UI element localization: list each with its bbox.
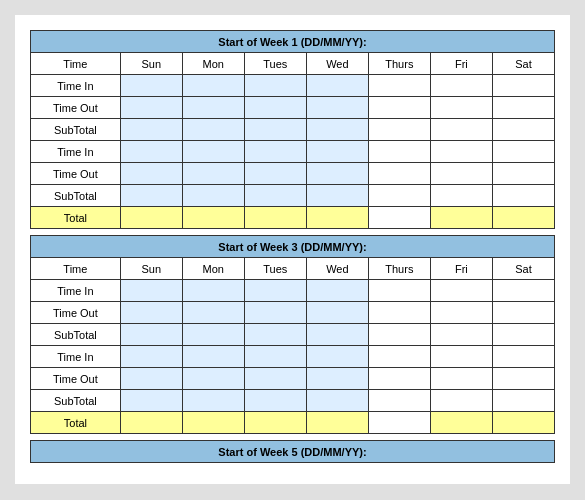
data-cell[interactable] bbox=[120, 346, 182, 368]
data-cell[interactable] bbox=[182, 390, 244, 412]
data-cell[interactable] bbox=[430, 97, 492, 119]
data-cell[interactable] bbox=[244, 163, 306, 185]
data-cell[interactable] bbox=[182, 97, 244, 119]
total-cell[interactable] bbox=[368, 412, 430, 434]
total-cell[interactable] bbox=[306, 207, 368, 229]
data-cell[interactable] bbox=[306, 97, 368, 119]
total-cell[interactable] bbox=[244, 207, 306, 229]
data-cell[interactable] bbox=[244, 390, 306, 412]
total-cell[interactable] bbox=[120, 207, 182, 229]
total-cell[interactable] bbox=[120, 412, 182, 434]
table-row: Time In bbox=[31, 141, 555, 163]
data-cell[interactable] bbox=[492, 346, 554, 368]
data-cell[interactable] bbox=[120, 185, 182, 207]
data-cell[interactable] bbox=[306, 119, 368, 141]
data-cell[interactable] bbox=[492, 75, 554, 97]
total-cell[interactable] bbox=[368, 207, 430, 229]
data-cell[interactable] bbox=[244, 368, 306, 390]
data-cell[interactable] bbox=[368, 119, 430, 141]
data-cell[interactable] bbox=[430, 119, 492, 141]
data-cell[interactable] bbox=[244, 324, 306, 346]
total-cell[interactable] bbox=[492, 412, 554, 434]
data-cell[interactable] bbox=[306, 185, 368, 207]
data-cell[interactable] bbox=[182, 346, 244, 368]
data-cell[interactable] bbox=[368, 280, 430, 302]
data-cell[interactable] bbox=[368, 346, 430, 368]
data-cell[interactable] bbox=[306, 346, 368, 368]
data-cell[interactable] bbox=[306, 324, 368, 346]
data-cell[interactable] bbox=[492, 390, 554, 412]
data-cell[interactable] bbox=[182, 185, 244, 207]
total-cell[interactable] bbox=[182, 412, 244, 434]
data-cell[interactable] bbox=[430, 390, 492, 412]
data-cell[interactable] bbox=[430, 302, 492, 324]
data-cell[interactable] bbox=[430, 185, 492, 207]
data-cell[interactable] bbox=[492, 368, 554, 390]
data-cell[interactable] bbox=[120, 280, 182, 302]
data-cell[interactable] bbox=[120, 302, 182, 324]
data-cell[interactable] bbox=[430, 163, 492, 185]
data-cell[interactable] bbox=[306, 141, 368, 163]
data-cell[interactable] bbox=[430, 324, 492, 346]
total-cell[interactable] bbox=[244, 412, 306, 434]
data-cell[interactable] bbox=[368, 302, 430, 324]
data-cell[interactable] bbox=[306, 75, 368, 97]
data-cell[interactable] bbox=[244, 119, 306, 141]
data-cell[interactable] bbox=[368, 75, 430, 97]
data-cell[interactable] bbox=[244, 185, 306, 207]
data-cell[interactable] bbox=[120, 75, 182, 97]
data-cell[interactable] bbox=[182, 119, 244, 141]
data-cell[interactable] bbox=[120, 97, 182, 119]
data-cell[interactable] bbox=[492, 324, 554, 346]
data-cell[interactable] bbox=[368, 97, 430, 119]
data-cell[interactable] bbox=[120, 368, 182, 390]
data-cell[interactable] bbox=[492, 119, 554, 141]
data-cell[interactable] bbox=[368, 141, 430, 163]
data-cell[interactable] bbox=[306, 368, 368, 390]
total-cell[interactable] bbox=[492, 207, 554, 229]
data-cell[interactable] bbox=[182, 368, 244, 390]
data-cell[interactable] bbox=[120, 119, 182, 141]
data-cell[interactable] bbox=[182, 324, 244, 346]
total-cell[interactable] bbox=[182, 207, 244, 229]
data-cell[interactable] bbox=[430, 75, 492, 97]
data-cell[interactable] bbox=[182, 141, 244, 163]
data-cell[interactable] bbox=[368, 368, 430, 390]
data-cell[interactable] bbox=[182, 302, 244, 324]
data-cell[interactable] bbox=[244, 97, 306, 119]
data-cell[interactable] bbox=[430, 280, 492, 302]
total-cell[interactable] bbox=[430, 207, 492, 229]
table-row: Time Out bbox=[31, 302, 555, 324]
total-cell[interactable] bbox=[306, 412, 368, 434]
data-cell[interactable] bbox=[306, 302, 368, 324]
data-cell[interactable] bbox=[120, 390, 182, 412]
total-cell[interactable] bbox=[430, 412, 492, 434]
data-cell[interactable] bbox=[492, 141, 554, 163]
data-cell[interactable] bbox=[182, 280, 244, 302]
data-cell[interactable] bbox=[120, 141, 182, 163]
data-cell[interactable] bbox=[492, 97, 554, 119]
data-cell[interactable] bbox=[368, 163, 430, 185]
data-cell[interactable] bbox=[244, 346, 306, 368]
data-cell[interactable] bbox=[492, 185, 554, 207]
data-cell[interactable] bbox=[306, 390, 368, 412]
data-cell[interactable] bbox=[306, 280, 368, 302]
data-cell[interactable] bbox=[368, 185, 430, 207]
data-cell[interactable] bbox=[244, 75, 306, 97]
data-cell[interactable] bbox=[244, 302, 306, 324]
data-cell[interactable] bbox=[492, 163, 554, 185]
data-cell[interactable] bbox=[430, 346, 492, 368]
data-cell[interactable] bbox=[368, 390, 430, 412]
data-cell[interactable] bbox=[182, 163, 244, 185]
data-cell[interactable] bbox=[244, 141, 306, 163]
data-cell[interactable] bbox=[244, 280, 306, 302]
data-cell[interactable] bbox=[430, 368, 492, 390]
data-cell[interactable] bbox=[492, 280, 554, 302]
data-cell[interactable] bbox=[430, 141, 492, 163]
data-cell[interactable] bbox=[368, 324, 430, 346]
data-cell[interactable] bbox=[492, 302, 554, 324]
data-cell[interactable] bbox=[182, 75, 244, 97]
data-cell[interactable] bbox=[306, 163, 368, 185]
data-cell[interactable] bbox=[120, 163, 182, 185]
data-cell[interactable] bbox=[120, 324, 182, 346]
